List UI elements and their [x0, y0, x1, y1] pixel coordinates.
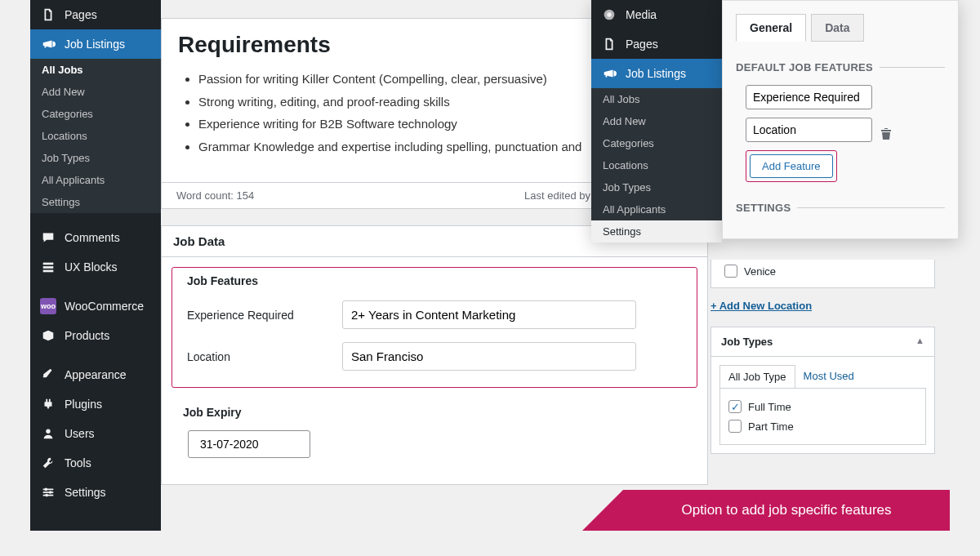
submenu-all-applicants[interactable]: All Applicants	[30, 169, 161, 191]
submenu-locations[interactable]: Locations	[30, 125, 161, 147]
submenu-all-jobs[interactable]: All Jobs	[30, 59, 161, 81]
svg-rect-2	[43, 270, 54, 273]
panel-heading-settings: SETTINGS	[736, 202, 945, 214]
svg-point-3	[46, 429, 50, 434]
menu-comments-label: Comments	[65, 231, 120, 244]
menu-products-label: Products	[65, 329, 109, 342]
menu-settings-label: Settings	[65, 486, 106, 499]
submenu-add-new[interactable]: Add New	[30, 81, 161, 103]
menu-job-listings-label: Job Listings	[65, 38, 125, 51]
menu-pages-label: Pages	[65, 8, 97, 21]
menu-settings[interactable]: Settings	[30, 478, 161, 507]
ov-sub-add-new[interactable]: Add New	[591, 110, 722, 132]
ov-menu-media[interactable]: Media	[591, 0, 722, 29]
menu-comments[interactable]: Comments	[30, 223, 161, 252]
panel-feature-2[interactable]	[746, 118, 872, 142]
location-item-venice[interactable]: Venice	[724, 261, 921, 281]
plugins-icon	[40, 396, 56, 412]
admin-sidebar: Pages Job Listings All Jobs Add New Cate…	[30, 0, 161, 531]
megaphone-icon	[601, 65, 617, 82]
add-feature-highlight: Add Feature	[746, 150, 837, 182]
chevron-up-icon[interactable]: ▲	[915, 336, 924, 348]
jobtype-fulltime[interactable]: ✓ Full Time	[728, 397, 917, 416]
ov-sub-all-jobs[interactable]: All Jobs	[591, 88, 722, 110]
ov-menu-job-listings[interactable]: Job Listings	[591, 59, 722, 88]
menu-tools[interactable]: Tools	[30, 448, 161, 478]
svg-rect-0	[43, 263, 54, 265]
overlay-sidebar: Media Pages Job Listings All Jobs Add Ne…	[591, 0, 722, 242]
users-icon	[40, 425, 56, 442]
ov-sub-applicants[interactable]: All Applicants	[591, 198, 722, 220]
tools-icon	[40, 455, 56, 471]
jobtype-parttime[interactable]: Part Time	[728, 416, 917, 436]
feature-loc-input[interactable]	[342, 342, 636, 371]
checkbox-checked[interactable]: ✓	[728, 400, 742, 413]
ov-submenu: All Jobs Add New Categories Locations Jo…	[591, 88, 722, 220]
menu-users-label: Users	[65, 427, 95, 440]
svg-point-11	[607, 12, 611, 16]
right-sidebar: Venice + Add New Location Job Types ▲ Al…	[710, 260, 935, 454]
job-data-box: Job Data Job Features Experience Require…	[161, 225, 708, 485]
menu-appearance-label: Appearance	[65, 368, 127, 381]
callout-text: Option to add job specific features	[681, 502, 891, 518]
panel-feature-1[interactable]	[746, 85, 872, 109]
menu-users[interactable]: Users	[30, 419, 161, 448]
menu-pages[interactable]: Pages	[30, 0, 161, 29]
ov-menu-pages[interactable]: Pages	[591, 29, 722, 59]
checkbox-empty[interactable]	[724, 265, 737, 278]
comments-icon	[40, 229, 56, 246]
ov-sub-job-types[interactable]: Job Types	[591, 176, 722, 198]
products-icon	[40, 327, 56, 344]
ov-media-label: Media	[626, 8, 657, 21]
ov-sub-settings[interactable]: Settings	[591, 220, 722, 242]
tab-most-used[interactable]: Most Used	[795, 365, 862, 388]
parttime-label: Part Time	[748, 420, 794, 433]
fulltime-label: Full Time	[748, 401, 791, 413]
ov-sub-locations[interactable]: Locations	[591, 154, 722, 176]
ov-job-listings-label: Job Listings	[626, 67, 686, 80]
ux-blocks-icon	[40, 259, 56, 275]
ov-sub-categories[interactable]: Categories	[591, 132, 722, 154]
tab-all-job-type[interactable]: All Job Type	[719, 365, 795, 388]
panel-tab-data[interactable]: Data	[811, 14, 863, 42]
pages-icon	[601, 36, 617, 52]
feature-exp-label: Experience Required	[187, 309, 342, 322]
menu-job-listings[interactable]: Job Listings	[30, 29, 161, 59]
feature-loc-label: Location	[187, 350, 342, 363]
job-types-header: Job Types	[721, 336, 773, 348]
settings-panel: General Data DEFAULT JOB FEATURES Add Fe…	[722, 0, 959, 239]
svg-rect-1	[43, 266, 54, 269]
menu-woocommerce-label: WooCommerce	[65, 300, 144, 313]
media-icon	[601, 7, 617, 23]
panel-heading-default: DEFAULT JOB FEATURES	[736, 61, 945, 73]
submenu-settings[interactable]: Settings	[30, 191, 161, 213]
svg-point-9	[45, 494, 48, 497]
menu-ux-blocks[interactable]: UX Blocks	[30, 252, 161, 282]
job-types-metabox: Job Types ▲ All Job Type Most Used ✓ Ful…	[710, 327, 935, 454]
add-feature-button[interactable]: Add Feature	[750, 154, 833, 178]
feature-exp-input[interactable]	[342, 300, 636, 329]
menu-plugins-label: Plugins	[65, 398, 102, 411]
menu-appearance[interactable]: Appearance	[30, 360, 161, 389]
submenu-categories[interactable]: Categories	[30, 103, 161, 125]
submenu-job-types[interactable]: Job Types	[30, 147, 161, 169]
checkbox-empty[interactable]	[728, 420, 742, 433]
job-expiry-input[interactable]	[188, 430, 310, 458]
megaphone-icon	[40, 36, 56, 52]
woocommerce-icon: woo	[40, 298, 56, 314]
job-features-box: Job Features Experience Required Locatio…	[172, 267, 697, 388]
menu-woocommerce[interactable]: woo WooCommerce	[30, 291, 161, 321]
add-location-link[interactable]: + Add New Location	[710, 300, 812, 312]
job-expiry-title: Job Expiry	[183, 406, 697, 419]
svg-point-7	[45, 488, 48, 492]
menu-ux-blocks-label: UX Blocks	[65, 260, 118, 274]
callout-banner: Option to add job specific features	[623, 490, 950, 531]
word-count: Word count: 154	[176, 189, 254, 202]
ov-pages-label: Pages	[626, 38, 658, 51]
menu-plugins[interactable]: Plugins	[30, 389, 161, 419]
trash-icon[interactable]	[880, 127, 892, 140]
panel-tab-general[interactable]: General	[736, 14, 806, 42]
brush-icon	[40, 367, 56, 383]
menu-products[interactable]: Products	[30, 321, 161, 350]
job-features-title: Job Features	[187, 274, 682, 287]
